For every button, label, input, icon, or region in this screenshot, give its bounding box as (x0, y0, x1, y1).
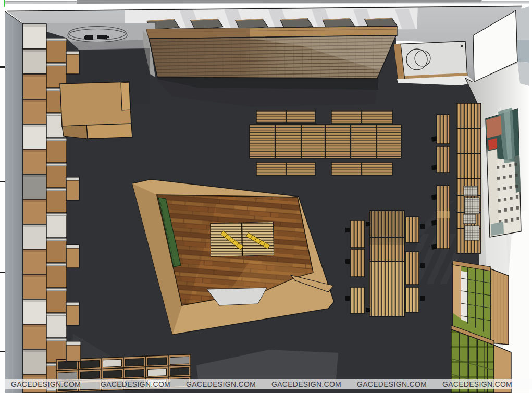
svg-text:GACEDESIGN.COM: GACEDESIGN.COM (11, 380, 81, 388)
svg-text:GACEDESIGN.COM: GACEDESIGN.COM (186, 380, 256, 388)
svg-text:GACEDESIGN.COM: GACEDESIGN.COM (357, 380, 427, 388)
svg-text:GACEDESIGN.COM: GACEDESIGN.COM (442, 380, 512, 388)
svg-text:GACEDESIGN.COM: GACEDESIGN.COM (271, 380, 341, 388)
svg-text:GACEDESIGN.COM: GACEDESIGN.COM (101, 380, 170, 388)
